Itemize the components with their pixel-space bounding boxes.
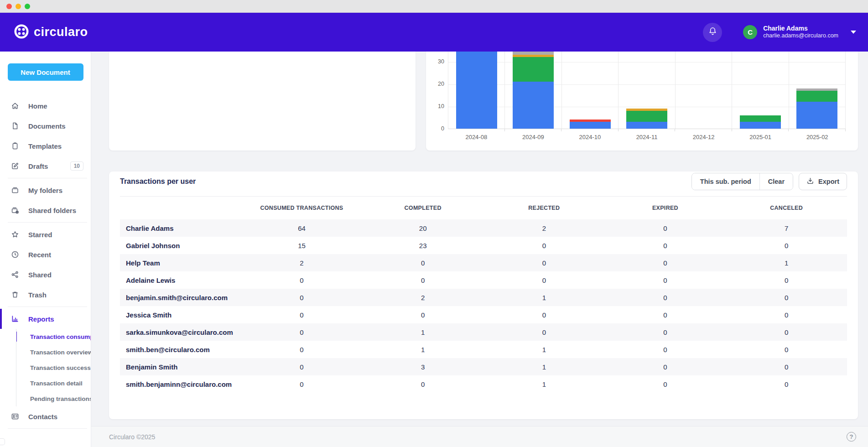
bar-segment-blue	[796, 102, 837, 129]
table-row[interactable]: Help Team20001	[120, 254, 847, 271]
app-header: circularo C Charlie Adams charlie.adams@…	[0, 13, 868, 52]
x-axis-tick-label: 2024-09	[505, 134, 562, 140]
template-icon	[11, 142, 19, 150]
user-name-cell: Charlie Adams	[120, 219, 241, 237]
help-button[interactable]: ?	[847, 432, 856, 442]
logo-text: circularo	[34, 25, 88, 39]
column-header: COMPLETED	[362, 197, 483, 219]
user-name-cell: Gabriel Johnson	[120, 237, 241, 254]
sidebar-item-contacts[interactable]: Contacts	[0, 406, 91, 426]
value-cell: 0	[241, 341, 363, 358]
value-cell: 0	[605, 271, 726, 289]
sidebar-item-label: Reports	[28, 315, 54, 323]
new-document-button[interactable]: New Document	[8, 63, 83, 81]
stacked-bar-2024-09[interactable]	[513, 52, 554, 129]
bar-segment-green	[626, 111, 667, 122]
sidebar-item-label: Starred	[28, 231, 52, 239]
value-cell: 0	[726, 306, 847, 323]
value-cell: 0	[483, 306, 605, 323]
value-cell: 0	[605, 219, 726, 237]
close-window-button[interactable]	[6, 4, 12, 9]
chart-plot-area	[448, 52, 846, 129]
stacked-bar-2024-10[interactable]	[570, 120, 611, 129]
x-axis-tick-label: 2024-11	[619, 134, 676, 140]
value-cell: 0	[726, 289, 847, 306]
sidebar-item-home[interactable]: Home	[0, 96, 91, 116]
sidebar: New Document HomeDocumentsTemplatesDraft…	[0, 52, 91, 447]
sidebar-item-reports[interactable]: Reports	[0, 309, 91, 329]
chart-column-2025-02	[789, 52, 846, 129]
sidebar-item-drafts[interactable]: Drafts10	[0, 156, 91, 176]
reports-sub-list: Transaction consumpt...Transaction overv…	[16, 329, 91, 406]
clear-button[interactable]: Clear	[759, 173, 793, 190]
y-axis-tick-label: 0	[429, 125, 444, 132]
stacked-bar-2024-08[interactable]	[456, 52, 497, 129]
table-row[interactable]: Charlie Adams6420207	[120, 219, 847, 237]
bar-segment-green	[513, 57, 554, 82]
sidebar-item-starred[interactable]: Starred	[0, 224, 91, 244]
sidebar-divider	[8, 428, 87, 429]
stacked-bar-2025-01[interactable]	[740, 115, 781, 129]
table-row[interactable]: Gabriel Johnson1523000	[120, 237, 847, 254]
value-cell: 0	[483, 254, 605, 271]
circularo-logo[interactable]: circularo	[14, 24, 88, 41]
column-header: CANCELED	[726, 197, 847, 219]
value-cell: 0	[605, 237, 726, 254]
table-row[interactable]: sarka.simunkova@circularo.com01000	[120, 323, 847, 341]
table-row[interactable]: Benjamin Smith03100	[120, 358, 847, 375]
value-cell: 0	[483, 271, 605, 289]
sidebar-corner-handle[interactable]	[0, 438, 5, 445]
sidebar-subitem-transaction-success[interactable]: Transaction success	[16, 360, 91, 375]
chart-column-2024-09	[505, 52, 561, 129]
notifications-button[interactable]	[703, 23, 722, 42]
transactions-per-user-card: Transactions per user This sub. period C…	[109, 172, 858, 419]
sidebar-item-label: Drafts	[28, 162, 48, 170]
table-row[interactable]: Adelaine Lewis00000	[120, 271, 847, 289]
table-row[interactable]: Jessica Smith00000	[120, 306, 847, 323]
user-name-cell: Benjamin Smith	[120, 358, 241, 375]
sidebar-item-shared-folders[interactable]: Shared folders	[0, 200, 91, 220]
sidebar-subitem-transaction-detail[interactable]: Transaction detail	[16, 375, 91, 391]
value-cell: 0	[241, 306, 363, 323]
table-row[interactable]: smith.benjaminn@circularo.com00100	[120, 375, 847, 393]
export-button[interactable]: Export	[799, 173, 847, 190]
value-cell: 1	[362, 341, 483, 358]
sidebar-item-label: Trash	[28, 291, 47, 299]
sidebar-item-recent[interactable]: Recent	[0, 244, 91, 265]
bar-segment-green	[796, 91, 837, 102]
stacked-bar-2025-02[interactable]	[796, 88, 837, 129]
value-cell: 20	[362, 219, 483, 237]
left-chart-card-bottom	[109, 52, 416, 151]
user-menu[interactable]: C Charlie Adams charlie.adams@circularo.…	[743, 25, 856, 40]
value-cell: 0	[241, 375, 363, 393]
table-row[interactable]: benjamin.smith@circularo.com02100	[120, 289, 847, 306]
sidebar-subitem-pending-transactions[interactable]: Pending transactions	[16, 391, 91, 406]
home-icon	[11, 102, 19, 110]
star-icon	[11, 230, 19, 239]
copyright-text: Circularo ©2025	[109, 433, 155, 441]
sidebar-item-my-folders[interactable]: My folders	[0, 180, 91, 200]
download-icon	[806, 177, 814, 186]
sidebar-item-documents[interactable]: Documents	[0, 116, 91, 136]
main-content: 01020302024-082024-092024-102024-112024-…	[91, 52, 868, 447]
sidebar-item-label: Documents	[28, 122, 66, 130]
x-axis-tick-label: 2025-02	[789, 134, 846, 140]
bar-segment-gray	[513, 52, 554, 55]
this-sub-period-button[interactable]: This sub. period	[692, 173, 759, 190]
stacked-bar-2024-11[interactable]	[626, 109, 667, 129]
minimize-window-button[interactable]	[16, 4, 21, 9]
circularo-logo-icon	[14, 24, 29, 41]
value-cell: 64	[241, 219, 363, 237]
table-row[interactable]: smith.ben@circularo.com01100	[120, 341, 847, 358]
sidebar-item-shared[interactable]: Shared	[0, 265, 91, 285]
footer: Circularo ©2025 ?	[91, 426, 868, 447]
sidebar-item-trash[interactable]: Trash	[0, 285, 91, 305]
sidebar-item-templates[interactable]: Templates	[0, 136, 91, 156]
maximize-window-button[interactable]	[25, 4, 30, 9]
user-name-cell: sarka.simunkova@circularo.com	[120, 323, 241, 341]
bell-icon	[708, 26, 717, 38]
user-email: charlie.adams@circularo.com	[763, 32, 838, 40]
sidebar-subitem-transaction-consumption[interactable]: Transaction consumpt...	[16, 329, 91, 344]
sidebar-subitem-transaction-overview[interactable]: Transaction overview	[16, 344, 91, 360]
user-name-cell: Adelaine Lewis	[120, 271, 241, 289]
